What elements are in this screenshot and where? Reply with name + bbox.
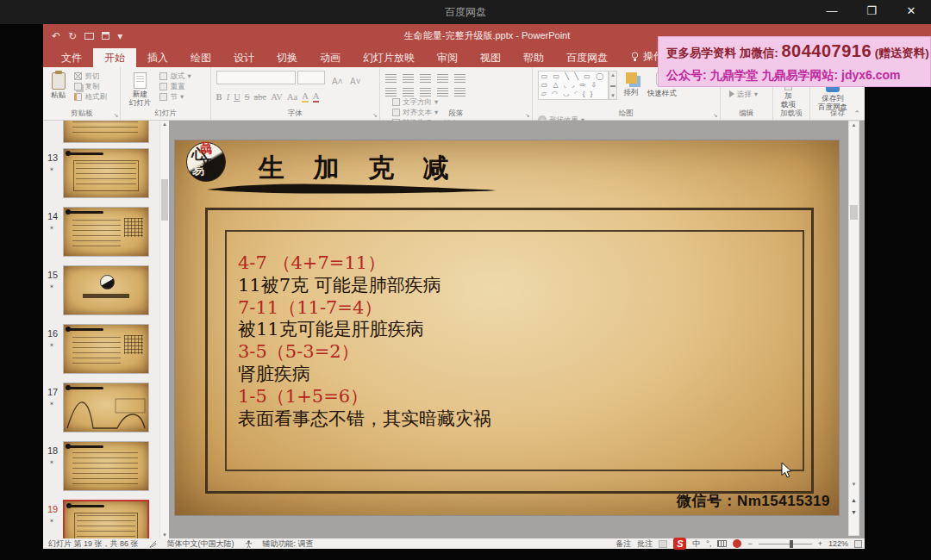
scroll-down-icon[interactable]: ▼ [160, 532, 169, 538]
shrink-font-button[interactable]: A˅ [350, 77, 361, 86]
thumbnail-slide-15[interactable]: 15 ✶ [43, 265, 159, 322]
bold-button[interactable]: B [216, 92, 222, 102]
paste-button[interactable]: 粘贴 [48, 71, 68, 102]
tab-design[interactable]: 设计 [222, 48, 266, 67]
numbering-icon[interactable] [403, 74, 414, 83]
new-slide-button[interactable]: 新建 幻灯片 [126, 71, 153, 109]
columns-icon[interactable] [454, 88, 466, 96]
next-slide-button[interactable]: ▼ [849, 509, 859, 515]
thumbnail-scrollbar[interactable]: ▲ ▼ [159, 121, 169, 538]
zoom-slider-handle[interactable] [790, 540, 793, 548]
tab-help[interactable]: 帮助 [512, 48, 555, 67]
comments-button[interactable]: 批注 [637, 538, 653, 550]
reset-button[interactable]: 重置 [159, 82, 191, 90]
highlight-button[interactable]: A [302, 91, 309, 103]
zoom-out-button[interactable]: − [747, 539, 752, 548]
cut-button[interactable]: 剪切 [74, 72, 107, 80]
text-direction-button[interactable]: 文字方向 ▾ [392, 97, 462, 106]
indent-decrease-icon[interactable] [420, 74, 431, 83]
thumb-number: 15 [47, 270, 58, 280]
ime-mode-indicator[interactable]: 中 [692, 538, 700, 550]
char-spacing-button[interactable]: AV [271, 92, 283, 102]
sogou-toolbox-icon[interactable] [733, 539, 741, 548]
arrange-button[interactable]: 排列 [622, 71, 641, 99]
align-center-icon[interactable] [403, 88, 414, 96]
font-size-combobox[interactable] [297, 71, 325, 84]
justify-icon[interactable] [437, 88, 448, 96]
font-name-combobox[interactable] [216, 71, 296, 84]
notes-button[interactable]: 备注 [615, 538, 631, 550]
tab-draw[interactable]: 绘图 [179, 48, 222, 67]
format-painter-icon [74, 93, 82, 101]
copy-button[interactable]: 复制 [74, 82, 107, 90]
thumbnail-slide-12[interactable] [43, 121, 159, 145]
tab-review[interactable]: 审阅 [426, 48, 469, 67]
tab-file[interactable]: 文件 [50, 48, 93, 67]
sogou-ime-icon[interactable]: S [673, 538, 686, 550]
layout-button[interactable]: 版式 ▾ [159, 72, 191, 80]
format-painter-button[interactable]: 格式刷 [74, 92, 107, 101]
shapes-gallery-scroll[interactable]: ▲▬▼ [609, 71, 617, 100]
line-spacing-icon[interactable] [454, 74, 466, 83]
tab-home[interactable]: 开始 [93, 48, 136, 67]
minimize-button[interactable]: — [812, 0, 852, 24]
zoom-percentage[interactable]: 122% [828, 539, 848, 548]
slide-body-textbox[interactable]: 4-7 （4+7=11） 11被7克 可能是肺部疾病 7-11（11-7=4） … [238, 252, 738, 430]
select-button[interactable]: 选择 ▾ [729, 90, 769, 98]
status-bar: 幻灯片 第 19 张，共 86 张 简体中文(中国大陆) 辅助功能: 调查 备注… [43, 538, 865, 549]
indent-increase-icon[interactable] [437, 74, 448, 83]
tab-transitions[interactable]: 切换 [266, 48, 309, 67]
fit-slide-to-window-icon[interactable] [854, 540, 862, 548]
close-button[interactable]: ✕ [891, 0, 931, 24]
font-dialog-launcher[interactable]: ↘ [372, 112, 378, 118]
text-direction-icon [392, 98, 400, 106]
strikethrough-button[interactable]: S [245, 92, 250, 102]
language-indicator[interactable]: 简体中文(中国大陆) [167, 538, 234, 550]
clipboard-dialog-launcher[interactable]: ↘ [114, 112, 119, 118]
bullets-icon[interactable] [385, 74, 397, 83]
collapse-ribbon-icon[interactable]: ⌃ [853, 110, 860, 118]
tab-animations[interactable]: 动画 [309, 48, 352, 67]
layout-icon [159, 72, 167, 80]
font-color-button[interactable]: A [313, 91, 320, 103]
italic-button[interactable]: I [227, 92, 230, 102]
thumbnail-slide-19-selected[interactable]: 19 ✶ [43, 500, 159, 538]
thumbnail-slide-14[interactable]: 14 ✶ [43, 207, 159, 264]
slide-vertical-scrollbar[interactable]: ▲ ▼ ▲ ▼ [848, 121, 859, 536]
paragraph-dialog-launcher[interactable]: ↘ [525, 112, 530, 118]
tab-slideshow[interactable]: 幻灯片放映 [352, 48, 426, 67]
maximize-button[interactable]: ❐ [852, 0, 891, 24]
scroll-up-icon[interactable]: ▲ [160, 121, 169, 127]
drawing-dialog-launcher[interactable]: ↘ [713, 112, 718, 118]
change-case-button[interactable]: Aa [287, 92, 297, 102]
thumbnail-scrollbar-thumb[interactable] [161, 179, 168, 221]
shapes-gallery[interactable]: ▭ ▭ ╲ ╲ ▭ ◯ ▭ △ ◟ ◞ ⇨ ⇩ ▱ ◠ ◡ ◜ { } [538, 71, 609, 100]
previous-slide-button[interactable]: ▲ [849, 497, 859, 503]
scrollbar-thumb[interactable] [850, 205, 858, 220]
underline-button[interactable]: U [234, 92, 241, 102]
tab-baidu-netdisk[interactable]: 百度网盘 [555, 48, 619, 67]
tab-view[interactable]: 视图 [469, 48, 512, 67]
zoom-slider[interactable] [759, 544, 812, 544]
spelling-icon[interactable] [149, 540, 157, 548]
thumbnail-slide-16[interactable]: 16 ✶ [43, 324, 159, 381]
scroll-up-icon[interactable]: ▲ [849, 122, 859, 128]
section-button[interactable]: 节 ▾ [159, 92, 191, 101]
accessibility-status[interactable]: 辅助功能: 调查 [263, 538, 314, 550]
zoom-in-button[interactable]: + [818, 539, 822, 548]
thumbnail-slide-18[interactable]: 18 ✶ [43, 441, 159, 498]
scroll-down-icon[interactable]: ▼ [849, 482, 859, 487]
align-left-icon[interactable] [385, 88, 397, 96]
thumbnail-slide-13[interactable]: 13 ✶ [43, 148, 159, 205]
align-right-icon[interactable] [420, 88, 431, 96]
grow-font-button[interactable]: A˄ [332, 77, 343, 86]
thumbnail-slide-17[interactable]: 17 ✶ [43, 383, 159, 439]
copy-icon [74, 83, 82, 90]
ime-punctuation-indicator[interactable]: °, [706, 539, 711, 548]
shadow-button[interactable]: abc [254, 92, 267, 102]
normal-view-button[interactable] [659, 540, 667, 548]
slide-canvas[interactable]: 心 易 骉 文 生 加 克 减 4-7 （4+7=11） 11被7克 可能是肺部… [175, 140, 839, 515]
tab-insert[interactable]: 插入 [136, 48, 179, 67]
keyboard-icon[interactable] [717, 540, 727, 547]
group-label-paragraph: 段落 [380, 109, 532, 119]
